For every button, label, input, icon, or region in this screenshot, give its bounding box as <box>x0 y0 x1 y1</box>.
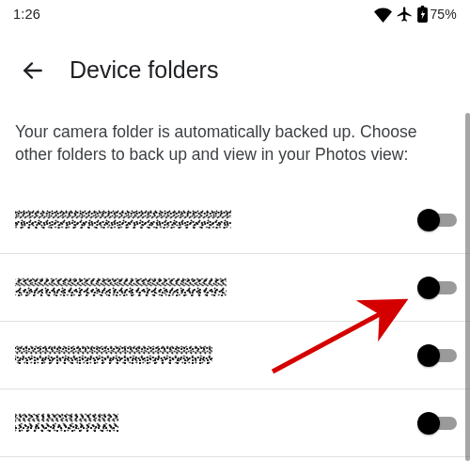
folder-label <box>15 275 417 301</box>
folder-label <box>15 342 417 369</box>
battery-charging-icon <box>417 6 428 23</box>
page-description: Your camera folder is automatically back… <box>0 95 470 166</box>
airplane-mode-icon <box>396 6 414 24</box>
folder-row[interactable] <box>0 254 470 322</box>
folder-row[interactable] <box>0 389 470 457</box>
folder-label <box>15 410 417 436</box>
page-title: Device folders <box>70 56 218 84</box>
folder-toggle-3[interactable] <box>417 344 457 367</box>
folder-toggle-2[interactable] <box>417 277 457 299</box>
folder-label <box>15 207 417 233</box>
scroll-indicator <box>465 113 470 461</box>
folder-row[interactable] <box>0 186 470 254</box>
folder-toggle-4[interactable] <box>417 412 457 435</box>
svg-rect-1 <box>421 6 425 8</box>
arrow-left-icon <box>21 58 45 83</box>
wifi-icon <box>374 6 392 24</box>
back-button[interactable] <box>21 58 45 83</box>
status-bar: 1:26 75% <box>0 0 470 26</box>
battery-pct: 75% <box>430 7 457 22</box>
folder-row[interactable] <box>0 322 470 389</box>
folder-list <box>0 186 470 457</box>
status-time: 1:26 <box>13 7 40 22</box>
battery-indicator: 75% <box>417 6 457 23</box>
status-icons: 75% <box>374 6 457 24</box>
page-header: Device folders <box>0 26 470 95</box>
folder-toggle-1[interactable] <box>417 209 457 231</box>
